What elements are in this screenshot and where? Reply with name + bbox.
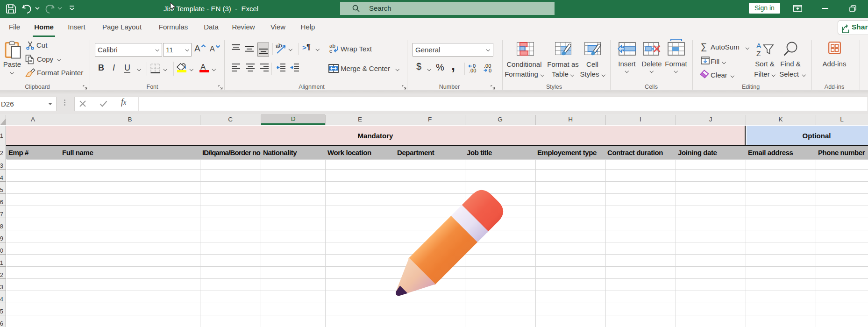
- svg-text:0: 0: [489, 68, 491, 73]
- svg-text:ab: ab: [275, 43, 283, 50]
- svg-text:.00: .00: [469, 68, 476, 73]
- svg-text:A: A: [756, 42, 761, 50]
- svg-text:c: c: [329, 48, 332, 53]
- svg-text:Z: Z: [756, 50, 761, 57]
